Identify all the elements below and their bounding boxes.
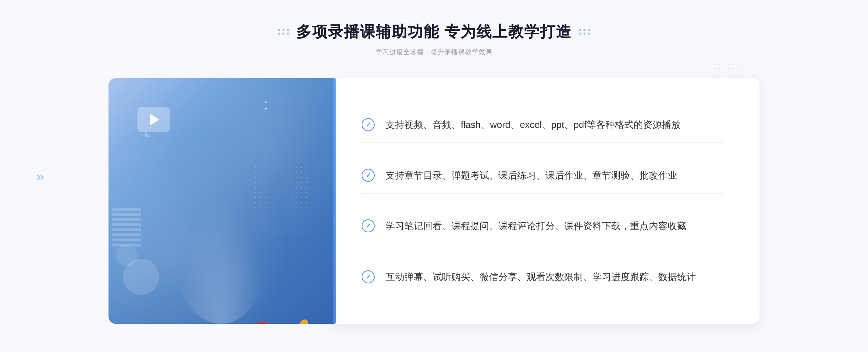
stripe-4 <box>112 223 141 226</box>
stripe-1 <box>112 208 141 211</box>
feature-item-4: ✓ 互动弹幕、试听购买、微信分享、观看次数限制、学习进度跟踪、数据统计 <box>362 259 723 295</box>
person-arm-right <box>274 318 310 324</box>
feature-item-1: ✓ 支持视频、音频、flash、word、excel、ppt、pdf等各种格式的… <box>362 107 723 143</box>
feature-text-4: 互动弹幕、试听购买、微信分享、观看次数限制、学习进度跟踪、数据统计 <box>386 270 696 285</box>
header-section: 多项录播课辅助功能 专为线上教学打造 学习进度全掌握，提升录播课教学效果 <box>36 22 832 56</box>
dot-6 <box>287 33 289 35</box>
stripe-2 <box>112 213 141 216</box>
dot-r1 <box>579 29 581 31</box>
dot-r6 <box>588 33 590 35</box>
dot-1 <box>278 29 280 31</box>
stripe-6 <box>112 233 141 236</box>
dot-4 <box>282 33 285 35</box>
blue-vertical-bar <box>333 78 336 324</box>
feature-text-1: 支持视频、音频、flash、word、excel、ppt、pdf等各种格式的资源… <box>386 117 681 133</box>
page-container: » 多项录播课辅助功能 专为线上教学打造 <box>0 0 868 352</box>
dot-5 <box>287 29 289 31</box>
main-title: 多项录播课辅助功能 专为线上教学打造 <box>296 22 572 42</box>
checkmark-4: ✓ <box>366 274 371 280</box>
dot-3 <box>282 29 285 31</box>
feature-text-3: 学习笔记回看、课程提问、课程评论打分、课件资料下载，重点内容收藏 <box>386 219 686 234</box>
right-title-decorator <box>579 29 590 35</box>
checkmark-2: ✓ <box>366 172 371 179</box>
check-icon-2: ✓ <box>362 169 375 182</box>
stripe-8 <box>112 244 141 246</box>
left-title-decorator <box>278 29 289 35</box>
decorator-dot-row-r2 <box>583 29 586 35</box>
decorator-dot-row-2 <box>282 29 285 35</box>
star-2: ✦ <box>264 106 268 111</box>
check-icon-1: ✓ <box>362 118 375 131</box>
star-1: ✦ <box>264 100 268 105</box>
dot-r5 <box>588 29 590 31</box>
feature-item-3: ✓ 学习笔记回看、课程提问、课程评论打分、课件资料下载，重点内容收藏 <box>362 209 723 244</box>
illustration-panel: ✦ ✦ <box>109 78 333 324</box>
stars-decoration: ✦ ✦ <box>264 100 268 111</box>
stripe-5 <box>112 228 141 231</box>
feature-text-2: 支持章节目录、弹题考试、课后练习、课后作业、章节测验、批改作业 <box>386 168 677 183</box>
chevron-left-decoration: » <box>36 169 44 184</box>
decorator-dot-row-r3 <box>588 29 590 35</box>
decorator-dot-row-3 <box>287 29 289 35</box>
subtitle: 学习进度全掌握，提升录播课教学效果 <box>36 48 832 56</box>
dot-2 <box>278 33 280 35</box>
check-icon-3: ✓ <box>362 219 375 232</box>
dot-r4 <box>583 33 586 35</box>
feature-item-2: ✓ 支持章节目录、弹题考试、课后练习、课后作业、章节测验、批改作业 <box>362 158 723 194</box>
check-icon-4: ✓ <box>362 270 375 283</box>
title-row: 多项录播课辅助功能 专为线上教学打造 <box>36 22 832 42</box>
checkmark-1: ✓ <box>366 121 371 128</box>
content-panel: ✓ 支持视频、音频、flash、word、excel、ppt、pdf等各种格式的… <box>333 78 760 324</box>
stripe-3 <box>112 218 141 221</box>
stripe-7 <box>112 239 141 241</box>
dot-r3 <box>583 29 586 31</box>
dot-r2 <box>579 33 581 35</box>
decorator-dot-row-1 <box>278 29 280 35</box>
stripes-decoration <box>112 208 141 252</box>
checkmark-3: ✓ <box>366 223 371 229</box>
decorator-dot-row-r1 <box>579 29 581 35</box>
figure-container <box>148 114 293 324</box>
content-area: ✦ ✦ <box>109 78 760 324</box>
